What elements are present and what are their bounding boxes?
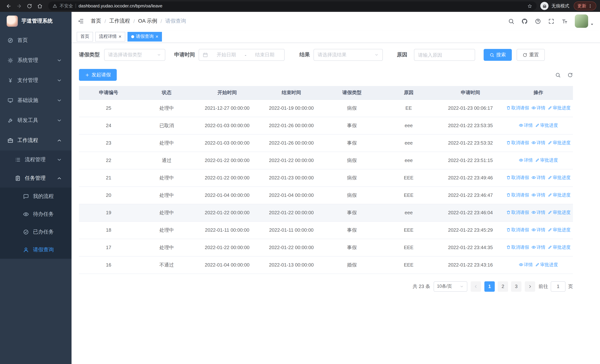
action-label: 详情 [536, 227, 545, 233]
page-size-select[interactable]: 10条/页 [434, 281, 467, 291]
action-cancel-leave[interactable]: 取消请假 [506, 175, 529, 181]
action-approval-progress[interactable]: 审批进度 [548, 192, 571, 198]
sidebar-item-dev-tools[interactable]: 研发工具 [0, 111, 72, 131]
action-label: 审批进度 [553, 105, 571, 111]
sidebar-item-payment-management[interactable]: 支付管理 [0, 70, 72, 90]
fullscreen-icon[interactable] [548, 18, 554, 24]
address-bar[interactable]: 不安全 dashboard.yudao.iocoder.cn/bpm/oa/le… [48, 1, 537, 10]
action-cancel-leave[interactable]: 取消请假 [506, 105, 529, 111]
collapse-sidebar-icon[interactable] [77, 18, 84, 24]
action-detail[interactable]: 详情 [531, 244, 545, 251]
page-button-2[interactable]: 2 [498, 281, 508, 291]
action-approval-progress[interactable]: 审批进度 [548, 105, 571, 111]
browser-refresh-button[interactable] [24, 1, 34, 11]
sidebar-item-leave-query[interactable]: 请假查询 [0, 241, 72, 259]
result-select[interactable]: 请选择流结果 [314, 49, 383, 61]
github-icon[interactable] [521, 18, 528, 24]
cell-start: 2022-01-22 00:00:00 [195, 239, 259, 256]
browser-menu-icon[interactable] [588, 3, 593, 8]
breadcrumb-item[interactable]: 工作流程 [109, 18, 130, 24]
action-cancel-leave[interactable]: 取消请假 [506, 140, 529, 146]
action-approval-progress[interactable]: 审批进度 [548, 209, 571, 216]
sidebar-item-process-management[interactable]: 流程管理 [0, 150, 72, 169]
prev-page-button[interactable] [471, 281, 481, 291]
tab-process-detail[interactable]: 流程详情× [95, 32, 125, 41]
chat-icon [23, 194, 29, 199]
cell-type: 病假 [324, 187, 380, 204]
tab-close-icon[interactable]: × [155, 34, 158, 39]
table-refresh-icon[interactable] [567, 72, 573, 78]
page-button-3[interactable]: 3 [511, 281, 521, 291]
browser-back-button[interactable] [4, 1, 13, 11]
action-detail[interactable]: 详情 [531, 175, 545, 181]
cell-end: 2022-01-22 00:00:00 [259, 152, 324, 169]
cell-applied: 2022-01-22 23:53:32 [437, 134, 504, 152]
not-secure-label[interactable]: 不安全 [60, 3, 73, 9]
action-cancel-leave[interactable]: 取消请假 [506, 244, 529, 251]
apply-time-range-picker[interactable]: 开始日期 - 结束日期 [199, 49, 285, 61]
tab-home[interactable]: 首页 [77, 32, 93, 41]
action-approval-progress[interactable]: 审批进度 [535, 262, 558, 268]
breadcrumb-item[interactable]: OA 示例 [138, 18, 157, 24]
action-cancel-leave[interactable]: 取消请假 [506, 192, 529, 198]
next-page-button[interactable] [525, 281, 535, 291]
action-approval-progress[interactable]: 审批进度 [548, 244, 571, 251]
user-menu[interactable] [575, 14, 594, 28]
browser-update-button[interactable]: 更新 [574, 1, 596, 10]
yen-icon [7, 77, 13, 84]
action-approval-progress[interactable]: 审批进度 [535, 157, 558, 163]
sidebar-item-done-tasks[interactable]: 已办任务 [0, 223, 72, 241]
page-button-1[interactable]: 1 [484, 281, 495, 291]
sidebar-item-my-process[interactable]: 我的流程 [0, 187, 72, 205]
action-cancel-leave[interactable]: 取消请假 [506, 227, 529, 233]
action-detail[interactable]: 详情 [531, 140, 545, 146]
create-leave-button[interactable]: 发起请假 [79, 69, 117, 81]
sidebar-item-infrastructure[interactable]: 基础设施 [0, 90, 72, 111]
app-logo[interactable]: 芋道管理系统 [0, 12, 72, 30]
sidebar-item-workflow[interactable]: 工作流程 [0, 131, 72, 150]
eye-icon [531, 193, 536, 197]
column-header: 申请编号 [79, 86, 138, 99]
tab-leave-query[interactable]: 请假查询× [127, 32, 162, 41]
chevron-right-icon [528, 284, 532, 289]
breadcrumb-item[interactable]: 首页 [91, 18, 101, 24]
action-detail[interactable]: 详情 [531, 227, 545, 233]
sidebar-item-system-management[interactable]: 系统管理 [0, 50, 72, 70]
sidebar-item-todo-tasks[interactable]: 待办任务 [0, 205, 72, 223]
action-detail[interactable]: 详情 [531, 105, 545, 111]
action-detail[interactable]: 详情 [519, 157, 533, 163]
action-approval-progress[interactable]: 审批进度 [548, 227, 571, 233]
action-detail[interactable]: 详情 [519, 122, 533, 129]
action-approval-progress[interactable]: 审批进度 [535, 122, 558, 129]
pen-icon [535, 123, 539, 128]
trash-icon [506, 106, 510, 110]
tab-close-icon[interactable]: × [119, 34, 121, 39]
sidebar-item-label: 待办任务 [33, 211, 72, 218]
bookmark-star-icon[interactable] [527, 3, 532, 8]
action-cancel-leave[interactable]: 取消请假 [506, 209, 529, 216]
action-detail[interactable]: 详情 [531, 192, 545, 198]
cell-actions: 取消请假详情审批进度 [504, 99, 573, 117]
header-search-icon[interactable] [508, 18, 514, 24]
sidebar-item-task-management[interactable]: 任务管理 [0, 169, 72, 187]
sidebar-item-home[interactable]: 首页 [0, 30, 72, 50]
reset-button[interactable]: 重置 [517, 49, 545, 61]
search-button[interactable]: 搜索 [484, 49, 512, 61]
search-icon [489, 52, 494, 57]
action-label: 取消请假 [511, 175, 529, 181]
action-approval-progress[interactable]: 审批进度 [548, 175, 571, 181]
pen-icon [548, 245, 552, 250]
leave-type-select[interactable]: 请选择请假类型 [104, 49, 165, 61]
reason-input[interactable] [414, 49, 475, 61]
action-approval-progress[interactable]: 审批进度 [548, 140, 571, 146]
browser-home-button[interactable] [35, 1, 45, 11]
goto-page-input[interactable] [551, 281, 565, 291]
cell-applied: 2022-01-22 23:44:35 [437, 239, 504, 256]
help-icon[interactable] [535, 18, 541, 24]
cell-type: 事假 [324, 134, 380, 152]
action-detail[interactable]: 详情 [531, 209, 545, 216]
browser-forward-button[interactable] [14, 1, 24, 11]
font-size-icon[interactable] [562, 18, 568, 24]
action-detail[interactable]: 详情 [519, 262, 533, 268]
toggle-search-icon[interactable] [555, 72, 561, 78]
